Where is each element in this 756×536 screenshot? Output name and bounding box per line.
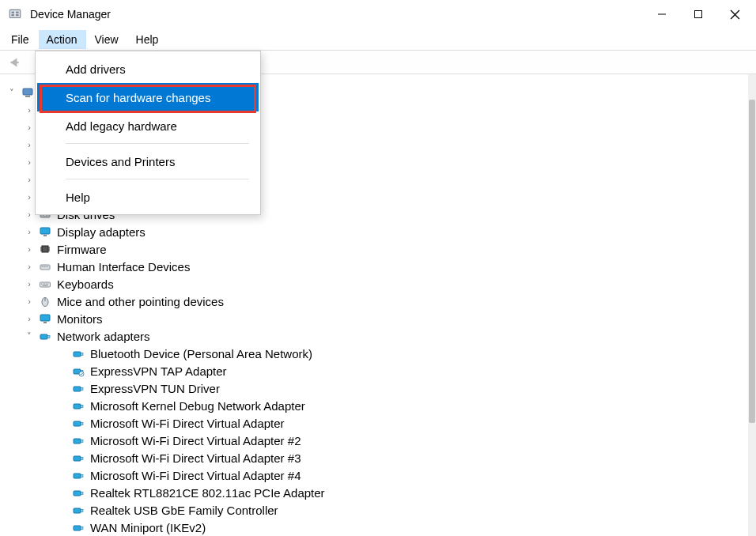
title-bar: Device Manager [0, 0, 756, 28]
tree-node-label: Realtek USB GbE Family Controller [90, 504, 278, 517]
computer-icon [21, 85, 35, 100]
tree-node-label: Microsoft Wi-Fi Direct Virtual Adapter #… [90, 434, 301, 447]
tree-node[interactable]: ›Firmware [2, 240, 751, 258]
menu-item-label: Add drivers [66, 62, 126, 76]
chevron-right-icon[interactable]: › [24, 157, 35, 168]
tree-node-label: Human Interface Devices [57, 260, 190, 274]
tree-node[interactable]: ›Realtek RTL8821CE 802.11ac PCIe Adapter [2, 484, 751, 501]
menu-file[interactable]: File [3, 30, 39, 49]
chevron-right-icon[interactable]: › [24, 104, 35, 115]
tree-node-label: ExpressVPN TUN Driver [90, 382, 220, 395]
nic-icon [71, 468, 85, 482]
maximize-button[interactable] [680, 2, 716, 27]
nic-icon [71, 485, 85, 500]
tree-node-label: Microsoft Wi-Fi Direct Virtual Adapter #… [90, 469, 301, 482]
tree-node-label: Bluetooth Device (Personal Area Network) [90, 347, 312, 360]
menu-view[interactable]: View [86, 30, 127, 49]
nic-icon [71, 398, 85, 413]
tree-node-label: WAN Miniport (IKEv2) [90, 521, 206, 534]
menu-separator [66, 179, 249, 179]
tree-node-label: ExpressVPN TAP Adapter [90, 364, 227, 378]
tree-node[interactable]: ›Display adapters [2, 223, 751, 240]
window-title: Device Manager [30, 8, 644, 21]
monitor-icon [38, 225, 52, 239]
action-menu-item[interactable]: Help [37, 183, 259, 211]
tree-node-label: Mice and other pointing devices [57, 295, 224, 308]
chevron-down-icon[interactable]: ˅ [6, 87, 17, 98]
mouse-icon [38, 294, 52, 308]
nic-icon [38, 329, 52, 343]
tree-node[interactable]: ›Microsoft Wi-Fi Direct Virtual Adapter … [2, 449, 751, 466]
menu-separator [66, 143, 249, 144]
chevron-right-icon[interactable]: › [24, 122, 35, 133]
back-button[interactable] [5, 53, 24, 72]
nic-icon [71, 503, 85, 517]
chevron-right-icon[interactable]: › [24, 174, 35, 185]
monitor-icon [38, 311, 52, 326]
hid-icon [38, 259, 52, 274]
tree-node[interactable]: ›ExpressVPN TAP Adapter [2, 362, 751, 379]
chevron-right-icon[interactable]: › [24, 191, 35, 202]
nic-badge-icon [71, 364, 85, 378]
nic-icon [71, 433, 85, 447]
action-menu-item[interactable]: Devices and Printers [37, 147, 259, 176]
tree-node[interactable]: ›Mice and other pointing devices [2, 293, 751, 310]
chevron-right-icon[interactable]: › [24, 243, 35, 255]
window-controls [644, 2, 753, 27]
nic-icon [71, 451, 85, 465]
tree-node-label: Microsoft Wi-Fi Direct Virtual Adapter #… [90, 451, 301, 465]
tree-node[interactable]: ›ExpressVPN TUN Driver [2, 379, 751, 397]
nic-icon [71, 520, 85, 534]
tree-node[interactable]: ›Keyboards [2, 275, 751, 293]
tree-node[interactable]: ›Microsoft Wi-Fi Direct Virtual Adapter … [2, 466, 751, 484]
chip-icon [38, 242, 52, 256]
menu-item-label: Devices and Printers [66, 155, 175, 168]
action-menu-item[interactable]: Add legacy hardware [37, 111, 259, 140]
chevron-right-icon[interactable]: › [24, 209, 35, 220]
keyboard-icon [38, 277, 52, 291]
action-menu-item[interactable]: Scan for hardware changes [37, 83, 259, 111]
vertical-scrollbar[interactable] [748, 74, 756, 536]
nic-icon [71, 381, 85, 395]
chevron-right-icon[interactable]: › [24, 261, 35, 272]
menu-help[interactable]: Help [128, 30, 168, 49]
tree-node[interactable]: ›Microsoft Kernel Debug Network Adapter [2, 397, 751, 414]
chevron-right-icon[interactable]: › [24, 139, 35, 150]
chevron-right-icon[interactable]: › [24, 296, 35, 307]
tree-node[interactable]: ˅Network adapters [2, 327, 751, 345]
tree-node[interactable]: ›Realtek USB GbE Family Controller [2, 501, 751, 519]
tree-node[interactable]: ›Microsoft Wi-Fi Direct Virtual Adapter … [2, 432, 751, 449]
chevron-right-icon[interactable]: › [24, 226, 35, 237]
tree-node[interactable]: ›Microsoft Wi-Fi Direct Virtual Adapter [2, 414, 751, 432]
chevron-down-icon[interactable]: ˅ [24, 330, 35, 342]
tree-node-label: Microsoft Kernel Debug Network Adapter [90, 399, 305, 413]
nic-icon [71, 346, 85, 360]
tree-node-label: Network adapters [57, 330, 150, 343]
menu-item-label: Add legacy hardware [66, 119, 177, 133]
action-menu-item[interactable]: Add drivers [37, 55, 259, 83]
tree-node[interactable]: ›Bluetooth Device (Personal Area Network… [2, 345, 751, 362]
action-menu-dropdown: Add driversScan for hardware changesAdd … [35, 51, 261, 215]
tree-node[interactable]: ›Monitors [2, 310, 751, 327]
minimize-button[interactable] [644, 2, 680, 27]
menu-item-label: Scan for hardware changes [66, 91, 210, 104]
tree-node-label: Keyboards [57, 277, 114, 291]
tree-node[interactable]: ›Human Interface Devices [2, 258, 751, 275]
app-icon [8, 7, 22, 21]
tree-node-label: Realtek RTL8821CE 802.11ac PCIe Adapter [90, 486, 325, 500]
tree-node-label: Firmware [57, 243, 107, 256]
scrollbar-thumb[interactable] [749, 100, 755, 423]
tree-node[interactable]: ›WAN Miniport (IKEv2) [2, 519, 751, 536]
tree-node-label: Microsoft Wi-Fi Direct Virtual Adapter [90, 417, 285, 430]
chevron-right-icon[interactable]: › [24, 278, 35, 289]
chevron-right-icon[interactable]: › [24, 313, 35, 324]
close-button[interactable] [716, 2, 753, 27]
nic-icon [71, 416, 85, 430]
svg-rect-38 [695, 11, 702, 18]
menu-item-label: Help [66, 191, 90, 204]
tree-node-label: Display adapters [57, 225, 146, 239]
tree-node-label: Monitors [57, 312, 103, 326]
menu-action[interactable]: Action [39, 30, 87, 49]
menu-bar: File Action View Help [0, 28, 756, 51]
